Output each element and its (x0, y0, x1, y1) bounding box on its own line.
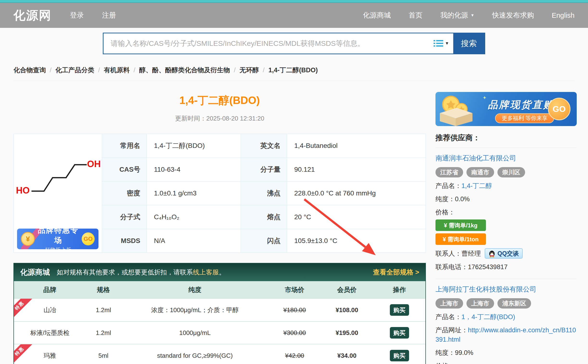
promo-small-subtitle: —好物折上折— (35, 246, 82, 249)
district-tag: 崇川区 (497, 167, 525, 177)
recommended-suppliers-heading: 推荐供应商： (436, 133, 577, 148)
buy-button[interactable]: 购买 (390, 350, 409, 361)
search-button[interactable]: 搜索 (453, 33, 484, 53)
nav-my-huayuan-link[interactable]: 我的化源▼ (440, 11, 474, 20)
online-service-link[interactable]: 线上客服 (193, 269, 219, 276)
main-content: 1,4-丁二醇(BDO) 更新时间：2025-08-20 12:31:20 HO… (0, 87, 588, 364)
location-tags: 上海市 上海市 浦东新区 (436, 298, 577, 309)
supplier-card: 上海阿拉丁生化科技股份有限公司 上海市 上海市 浦东新区 产品名：1，4-丁二醇… (436, 279, 577, 364)
promo-banner-pill: 更多福利 等你来享 (495, 113, 554, 123)
mall-title: 化源商城 (20, 267, 50, 277)
purity-label: 纯度： (436, 195, 455, 203)
spec-cell: 5ml (86, 344, 121, 364)
search-input[interactable] (104, 33, 429, 53)
contact-label: 联系人： (436, 249, 461, 258)
login-link[interactable]: 登录 (70, 11, 84, 20)
brand-cell: 特惠玛雅 (14, 344, 86, 364)
purity-label: 纯度： (436, 349, 455, 356)
buy-button[interactable]: 购买 (390, 304, 409, 316)
promo-small-title: 品牌特惠专场 (35, 228, 82, 245)
purity-line: 纯度：0.0% (436, 195, 577, 204)
purity-line: 纯度：99.0% (436, 348, 577, 358)
col-header-member-price: 会员价 (320, 281, 373, 299)
promo-banner-small[interactable]: ¥ 品牌特惠专场 —好物折上折— GO (17, 228, 98, 249)
phone-line: 联系电话：17625439817 (436, 262, 577, 272)
breadcrumb-separator: / (134, 66, 136, 74)
contact-value: 曹经理 (461, 249, 481, 258)
prop-label: 沸点 (241, 182, 287, 205)
mall-note-prefix: 如对规格有其他要求，或想要更低折扣，请联系 (57, 269, 193, 276)
nav-mall-link[interactable]: 化源商城 (363, 11, 391, 20)
qq-chat-button[interactable]: QQ交谈 (485, 248, 523, 259)
member-price: ¥195.00 (320, 321, 373, 344)
product-url-label: 产品网址： (436, 326, 468, 334)
mall-note-suffix: 。 (219, 269, 225, 276)
oh-label: OH (87, 159, 101, 169)
promo-small-text: 品牌特惠专场 —好物折上折— (35, 228, 82, 249)
price-button[interactable]: ¥ 需询单/1kg (436, 220, 486, 231)
prop-value: N/A (147, 229, 241, 253)
product-panel: 1,4-丁二醇(BDO) 更新时间：2025-08-20 12:31:20 HO… (13, 87, 426, 364)
product-url-line: 产品网址：http://www.aladdin-e.com/zh_cn/B110… (436, 325, 577, 344)
breadcrumb-item-current[interactable]: 1,4-丁二醇(BDO) (268, 66, 318, 74)
price-line: 价格： (436, 208, 577, 217)
breadcrumb-item[interactable]: 有机原料 (104, 66, 130, 74)
nav-home-link[interactable]: 首页 (409, 11, 423, 20)
prop-label: 英文名 (241, 134, 287, 158)
district-tag: 浦东新区 (497, 298, 531, 309)
breadcrumb-item[interactable]: 化合物查询 (13, 66, 46, 74)
go-button-small[interactable]: GO (82, 232, 95, 245)
price-button[interactable]: ¥ 需询单/1ton (436, 233, 486, 245)
brand-cell: 特惠山冶 (14, 299, 86, 321)
search-type-dropdown[interactable]: ▼ (429, 33, 453, 53)
spec-cell: 1.2ml (86, 321, 121, 344)
member-price: ¥34.00 (320, 344, 373, 364)
mall-section: 化源商城 如对规格有其他要求，或想要更低折扣，请联系线上客服。 查看全部规格 >… (13, 263, 426, 364)
col-header-purity: 纯度 (121, 281, 269, 299)
price-label: 价格： (436, 209, 455, 216)
purity-value: 99.0% (455, 349, 473, 356)
ho-label: HO (16, 185, 30, 196)
sparkle-decoration: ✦ (483, 95, 487, 101)
market-price: ¥42.00 (269, 344, 320, 364)
coin-icon: ¥ (21, 232, 35, 246)
page-title: 1,4-丁二醇(BDO) (13, 93, 426, 108)
location-tags: 江苏省 南通市 崇川区 (436, 167, 577, 177)
prop-value: 1,4-Butanediol (287, 134, 426, 158)
prop-value: 228.0±0.0 °C at 760 mmHg (287, 182, 426, 205)
prop-label: 常用名 (102, 134, 147, 158)
promo-small-subtitle-text: 好物折上折 (45, 247, 72, 249)
action-cell: 购买 (373, 321, 425, 344)
structure-cell: HO OH ¥ 品牌特惠专场 —好物折上折— GO (14, 134, 102, 253)
search-bar: ▼ 搜索 (103, 33, 485, 54)
view-all-specs-link[interactable]: 查看全部规格 > (373, 268, 419, 277)
buy-button[interactable]: 购买 (390, 327, 409, 338)
supplier-name-link[interactable]: 上海阿拉丁生化科技股份有限公司 (436, 285, 577, 294)
breadcrumb-item[interactable]: 无环醇 (240, 66, 259, 74)
supplier-name-link[interactable]: 南通润丰石油化工有限公司 (436, 154, 577, 163)
city-tag: 上海市 (466, 298, 494, 309)
phone-value: 17625439817 (468, 263, 508, 271)
site-logo[interactable]: 化源网 (13, 7, 52, 24)
go-button-large[interactable]: GO (548, 98, 570, 120)
product-name-link[interactable]: 1,4-丁二醇 (461, 182, 492, 189)
nav-quick-post-link[interactable]: 快速发布求购 (492, 11, 534, 20)
prop-value: 20 °C (287, 205, 426, 229)
register-link[interactable]: 注册 (102, 11, 116, 20)
action-cell: 购买 (373, 344, 425, 364)
promo-banner-large[interactable]: ✦ ✦ 品牌现货直购 更多福利 等你来享 GO (436, 92, 577, 126)
breadcrumb: 化合物查询/ 化工产品分类/ 有机原料/ 醇、酚、酚醇类化合物及衍生物/ 无环醇… (13, 66, 575, 81)
breadcrumb-item[interactable]: 醇、酚、酚醇类化合物及衍生物 (139, 66, 230, 74)
nav-english-link[interactable]: English (552, 12, 575, 20)
qq-penguin-icon (489, 250, 495, 257)
province-tag: 上海市 (436, 298, 463, 309)
breadcrumb-item[interactable]: 化工产品分类 (55, 66, 94, 74)
nav-main-links: 化源商城 首页 我的化源▼ 快速发布求购 English (363, 11, 575, 20)
prop-value: 105.9±13.0 °C (287, 229, 426, 253)
purity-cell: 浓度：1000μg/mL；介质：甲醇 (121, 299, 269, 321)
nav-my-huayuan-label: 我的化源 (440, 11, 468, 20)
market-price: ¥180.00 (269, 299, 320, 321)
prop-label: 熔点 (241, 205, 287, 229)
product-name-link[interactable]: 1，4-丁二醇(BDO) (461, 313, 515, 320)
prop-label: 密度 (102, 182, 147, 205)
